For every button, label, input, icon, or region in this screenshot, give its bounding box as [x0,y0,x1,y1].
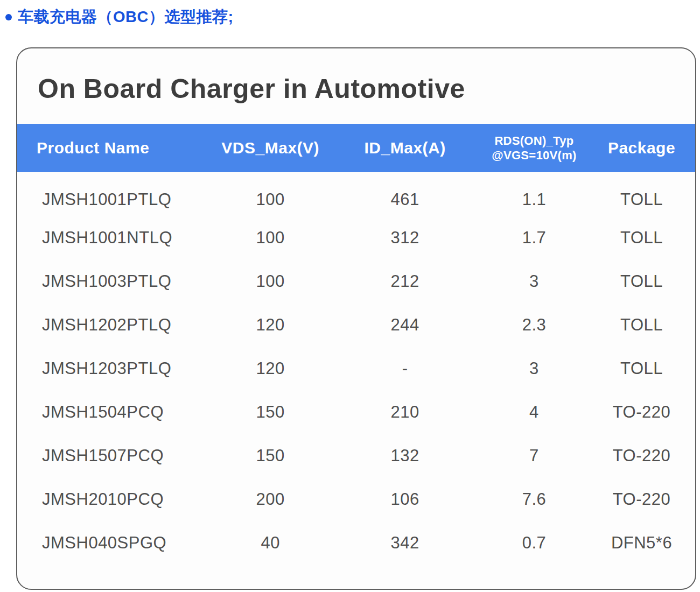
table-row: JMSH1001PTLQ 100 461 1.1 TOLL [17,172,695,216]
cell-product-name: JMSH1001PTLQ [17,172,211,216]
cell-product-name: JMSH1507PCQ [17,434,211,477]
cell-id-max: 342 [330,521,480,565]
cell-package: TOLL [588,172,695,216]
col-header-rds-typ-line2: @VGS=10V(m) [480,148,588,163]
cell-id-max: 461 [330,172,480,216]
table-row: JMSH1504PCQ 150 210 4 TO-220 [17,390,695,434]
cell-rds-typ: 4 [480,390,588,434]
cell-vds-max: 100 [211,259,330,303]
section-heading: 车载充电器（OBC）选型推荐; [5,6,234,28]
cell-vds-max: 100 [211,172,330,216]
col-header-rds-typ-line1: RDS(ON)_Typ [480,133,588,149]
cell-rds-typ: 2.3 [480,303,588,347]
product-table: Product Name VDS_Max(V) ID_Max(A) RDS(ON… [17,124,695,565]
cell-package: TOLL [588,347,695,390]
cell-product-name: JMSH040SPGQ [17,521,211,565]
cell-package: TO-220 [588,434,695,477]
col-header-product-name: Product Name [17,124,211,172]
table-row: JMSH1003PTLQ 100 212 3 TOLL [17,259,695,303]
cell-package: TOLL [588,216,695,259]
cell-rds-typ: 3 [480,259,588,303]
product-table-card: On Board Charger in Automotive Product N… [16,47,696,590]
cell-rds-typ: 7 [480,434,588,477]
cell-product-name: JMSH2010PCQ [17,477,211,521]
cell-id-max: 106 [330,477,480,521]
cell-product-name: JMSH1203PTLQ [17,347,211,390]
cell-vds-max: 100 [211,216,330,259]
table-row: JMSH040SPGQ 40 342 0.7 DFN5*6 [17,521,695,565]
col-header-vds-max: VDS_Max(V) [211,124,330,172]
cell-id-max: 210 [330,390,480,434]
table-row: JMSH1507PCQ 150 132 7 TO-220 [17,434,695,477]
product-table-body: JMSH1001PTLQ 100 461 1.1 TOLL JMSH1001NT… [17,172,695,565]
col-header-rds-typ: RDS(ON)_Typ @VGS=10V(m) [480,124,588,172]
cell-vds-max: 150 [211,434,330,477]
section-heading-text: 车载充电器（OBC）选型推荐; [18,6,234,28]
cell-package: TO-220 [588,477,695,521]
cell-product-name: JMSH1504PCQ [17,390,211,434]
col-header-package: Package [588,124,695,172]
cell-rds-typ: 3 [480,347,588,390]
cell-vds-max: 200 [211,477,330,521]
bullet-icon [5,14,12,20]
cell-rds-typ: 0.7 [480,521,588,565]
cell-vds-max: 120 [211,303,330,347]
cell-vds-max: 40 [211,521,330,565]
cell-product-name: JMSH1202PTLQ [17,303,211,347]
cell-id-max: 212 [330,259,480,303]
cell-rds-typ: 1.1 [480,172,588,216]
cell-product-name: JMSH1001NTLQ [17,216,211,259]
cell-id-max: 132 [330,434,480,477]
table-header-row: Product Name VDS_Max(V) ID_Max(A) RDS(ON… [17,124,695,172]
table-row: JMSH2010PCQ 200 106 7.6 TO-220 [17,477,695,521]
table-row: JMSH1202PTLQ 120 244 2.3 TOLL [17,303,695,347]
table-row: JMSH1001NTLQ 100 312 1.7 TOLL [17,216,695,259]
cell-vds-max: 150 [211,390,330,434]
cell-product-name: JMSH1003PTLQ [17,259,211,303]
cell-id-max: 244 [330,303,480,347]
cell-rds-typ: 1.7 [480,216,588,259]
cell-package: DFN5*6 [588,521,695,565]
cell-id-max: 312 [330,216,480,259]
cell-rds-typ: 7.6 [480,477,588,521]
table-row: JMSH1203PTLQ 120 - 3 TOLL [17,347,695,390]
cell-package: TOLL [588,259,695,303]
col-header-id-max: ID_Max(A) [330,124,480,172]
cell-vds-max: 120 [211,347,330,390]
cell-id-max: - [330,347,480,390]
card-title: On Board Charger in Automotive [38,73,695,104]
cell-package: TOLL [588,303,695,347]
cell-package: TO-220 [588,390,695,434]
